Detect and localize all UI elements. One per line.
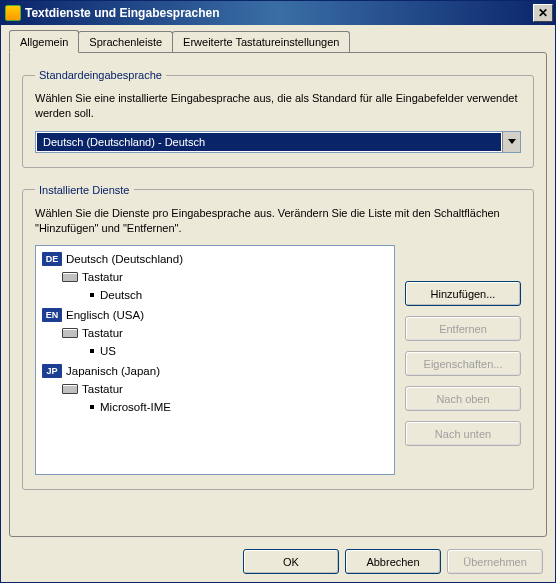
layout-name: Deutsch [100, 289, 142, 301]
close-button[interactable]: ✕ [533, 4, 553, 22]
ok-button[interactable]: OK [243, 549, 339, 574]
chevron-down-icon [508, 139, 516, 145]
language-badge-icon: JP [42, 364, 62, 378]
tree-layout-row[interactable]: Deutsch [38, 286, 392, 304]
properties-button[interactable]: Eigenschaften... [405, 351, 521, 376]
dropdown-arrow-button[interactable] [502, 132, 520, 152]
window-title: Textdienste und Eingabesprachen [25, 6, 219, 20]
dialog-button-row: OK Abbrechen Übernehmen [9, 537, 547, 574]
cancel-button[interactable]: Abbrechen [345, 549, 441, 574]
tree-layout-row[interactable]: Microsoft-IME [38, 398, 392, 416]
group-default-legend: Standardeingabesprache [35, 69, 166, 81]
category-label: Tastatur [82, 383, 123, 395]
tree-language-row[interactable]: JPJapanisch (Japan) [38, 362, 392, 380]
language-name: Japanisch (Japan) [66, 365, 160, 377]
tree-language: DEDeutsch (Deutschland)TastaturDeutsch [38, 250, 392, 304]
client-area: Allgemein Sprachenleiste Erweiterte Tast… [1, 25, 555, 582]
tree-language-row[interactable]: ENEnglisch (USA) [38, 306, 392, 324]
tree-category-row[interactable]: Tastatur [38, 380, 392, 398]
language-badge-icon: EN [42, 308, 62, 322]
tab-panel-allgemein: Standardeingabesprache Wählen Sie eine i… [9, 52, 547, 537]
language-badge-icon: DE [42, 252, 62, 266]
layout-name: US [100, 345, 116, 357]
default-language-description: Wählen Sie eine installierte Eingabespra… [35, 91, 521, 121]
tab-strip: Allgemein Sprachenleiste Erweiterte Tast… [9, 31, 547, 52]
group-installed-legend: Installierte Dienste [35, 184, 134, 196]
services-tree[interactable]: DEDeutsch (Deutschland)TastaturDeutschEN… [35, 245, 395, 475]
layout-name: Microsoft-IME [100, 401, 171, 413]
tree-category-row[interactable]: Tastatur [38, 268, 392, 286]
apply-button[interactable]: Übernehmen [447, 549, 543, 574]
dropdown-selected-value: Deutsch (Deutschland) - Deutsch [37, 133, 501, 151]
language-name: Englisch (USA) [66, 309, 144, 321]
move-up-button[interactable]: Nach oben [405, 386, 521, 411]
close-icon: ✕ [538, 6, 548, 20]
remove-button[interactable]: Entfernen [405, 316, 521, 341]
keyboard-icon [62, 384, 78, 394]
default-language-dropdown[interactable]: Deutsch (Deutschland) - Deutsch [35, 131, 521, 153]
category-label: Tastatur [82, 271, 123, 283]
tree-language: JPJapanisch (Japan)TastaturMicrosoft-IME [38, 362, 392, 416]
group-default-language: Standardeingabesprache Wählen Sie eine i… [22, 69, 534, 168]
category-label: Tastatur [82, 327, 123, 339]
bullet-icon [90, 349, 94, 353]
bullet-icon [90, 293, 94, 297]
tree-layout-row[interactable]: US [38, 342, 392, 360]
tree-language-row[interactable]: DEDeutsch (Deutschland) [38, 250, 392, 268]
keyboard-icon [62, 328, 78, 338]
add-button[interactable]: Hinzufügen... [405, 281, 521, 306]
group-installed-services: Installierte Dienste Wählen Sie die Dien… [22, 184, 534, 491]
app-icon [5, 5, 21, 21]
tab-erweiterte-tastatur[interactable]: Erweiterte Tastatureinstellungen [172, 31, 350, 52]
titlebar: Textdienste und Eingabesprachen ✕ [1, 1, 555, 25]
bullet-icon [90, 405, 94, 409]
tab-allgemein[interactable]: Allgemein [9, 30, 79, 53]
dialog-window: Textdienste und Eingabesprachen ✕ Allgem… [0, 0, 556, 583]
installed-services-description: Wählen Sie die Dienste pro Eingabesprach… [35, 206, 521, 236]
services-button-column: Hinzufügen... Entfernen Eigenschaften...… [405, 245, 521, 475]
keyboard-icon [62, 272, 78, 282]
tab-sprachenleiste[interactable]: Sprachenleiste [78, 31, 173, 52]
tree-category-row[interactable]: Tastatur [38, 324, 392, 342]
move-down-button[interactable]: Nach unten [405, 421, 521, 446]
svg-marker-0 [508, 139, 516, 144]
language-name: Deutsch (Deutschland) [66, 253, 183, 265]
tree-language: ENEnglisch (USA)TastaturUS [38, 306, 392, 360]
